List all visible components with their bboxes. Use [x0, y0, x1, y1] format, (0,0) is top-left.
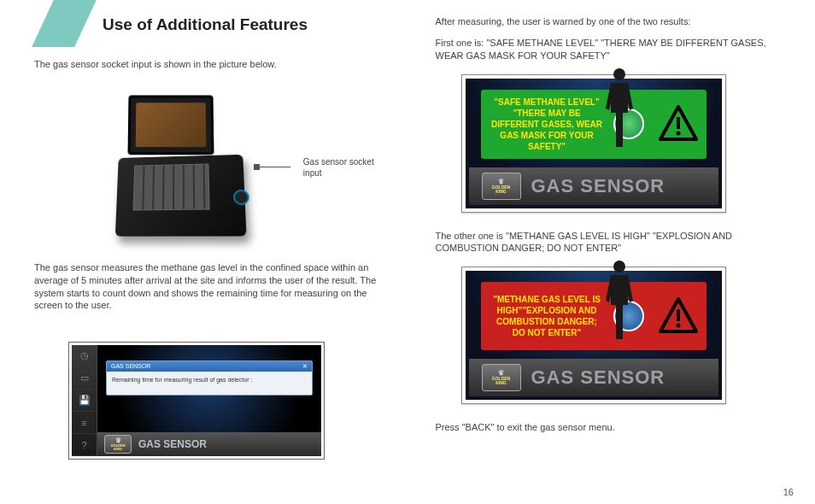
title-bar: ♛ GOLDEN KING GAS SENSOR: [469, 167, 718, 205]
warning-triangle-icon: [659, 297, 698, 335]
sidebar-icon: 💾: [72, 390, 97, 412]
brand-crest-icon: ♛ GOLDEN KING: [104, 435, 132, 454]
remaining-time-dialog: GAS SENSOR ✕ Remaining time for measurin…: [106, 360, 313, 396]
page-number: 16: [783, 487, 794, 497]
right-mid-text: The other one is "METHANE GAS LEVEL IS H…: [436, 230, 794, 255]
sidebar: ◷ ▭ 💾 ≡ ?: [72, 345, 97, 456]
person-standing-icon: [602, 66, 636, 160]
dialog-body-text: Remaining time for measuring result of g…: [107, 372, 312, 395]
titlebar-label: GAS SENSOR: [531, 366, 665, 389]
device-body: [115, 155, 247, 237]
titlebar-label: GAS SENSOR: [531, 175, 665, 197]
sidebar-icon: ?: [72, 434, 97, 456]
brand-crest-icon: ♛ GOLDEN KING: [482, 364, 521, 391]
title-bar: ♛ GOLDEN KING GAS SENSOR: [469, 359, 718, 396]
person-standing-icon: [602, 258, 636, 352]
title-bar: ♛ GOLDEN KING GAS SENSOR: [97, 432, 321, 456]
device-keypad: [133, 163, 210, 210]
sidebar-icon: ≡: [72, 412, 97, 434]
right-intro-text-2: First one is: "SAFE METHANE LEVEL" "THER…: [436, 37, 794, 62]
safe-level-screenshot: "SAFE METHANE LEVEL" "THERE MAY BE DIFFE…: [461, 74, 726, 213]
dialog-header: GAS SENSOR: [111, 363, 150, 370]
svg-point-3: [613, 261, 625, 273]
titlebar-label: GAS SENSOR: [138, 438, 207, 450]
callout-label: Gas sensor socket input: [303, 156, 393, 179]
gas-sensor-port-icon: [233, 190, 249, 205]
device-screen: [127, 95, 214, 155]
safe-banner: "SAFE METHANE LEVEL" "THERE MAY BE DIFFE…: [481, 90, 707, 159]
device-figure: Gas sensor socket input: [103, 95, 393, 240]
danger-banner-message: "METHANE GAS LEVEL IS HIGH""EXPLOSION AN…: [490, 294, 605, 338]
svg-point-5: [676, 324, 680, 328]
callout-leader-line: [257, 167, 290, 167]
sidebar-icon: ◷: [72, 345, 97, 367]
page-title: Use of Additional Features: [103, 15, 393, 34]
close-icon: ✕: [302, 363, 308, 370]
svg-rect-1: [677, 117, 680, 129]
right-intro-text-1: After measuring, the user is warned by o…: [436, 15, 794, 28]
danger-banner: "METHANE GAS LEVEL IS HIGH""EXPLOSION AN…: [481, 282, 707, 350]
left-column: Use of Additional Features The gas senso…: [34, 15, 402, 495]
right-column: After measuring, the user is warned by o…: [427, 15, 794, 495]
device-illustration: [103, 95, 244, 240]
right-outro-text: Press "BACK" to exit the gas sensor menu…: [436, 421, 794, 434]
brand-crest-icon: ♛ GOLDEN KING: [482, 173, 521, 200]
svg-point-0: [613, 68, 625, 80]
svg-rect-4: [677, 309, 680, 321]
sidebar-icon: ▭: [72, 367, 97, 390]
safe-banner-message: "SAFE METHANE LEVEL" "THERE MAY BE DIFFE…: [490, 97, 605, 152]
left-intro-text: The gas sensor socket input is shown in …: [34, 58, 393, 71]
warning-triangle-icon: [659, 105, 698, 143]
page-container: Use of Additional Features The gas senso…: [0, 0, 815, 504]
measuring-screenshot: ◷ ▭ 💾 ≡ ? GAS SENSOR ✕ Remaining time fo…: [68, 342, 325, 460]
left-description-text: The gas sensor measures the methane gas …: [34, 261, 393, 312]
svg-point-2: [676, 132, 680, 136]
danger-level-screenshot: "METHANE GAS LEVEL IS HIGH""EXPLOSION AN…: [461, 267, 726, 404]
